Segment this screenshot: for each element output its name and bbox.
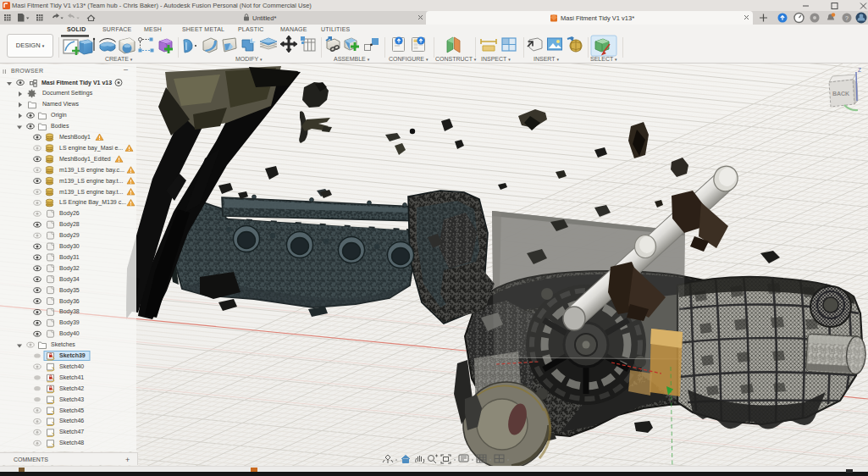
svg-text:Body39: Body39 (59, 319, 80, 326)
svg-text:Sketch42: Sketch42 (59, 385, 84, 391)
svg-text:Body28: Body28 (59, 221, 80, 228)
svg-text:Body40: Body40 (59, 330, 80, 337)
svg-text:m139_LS engine bay.c...: m139_LS engine bay.c... (59, 167, 124, 174)
svg-text:Sketch46: Sketch46 (59, 418, 84, 423)
svg-text:Sketch43: Sketch43 (59, 396, 84, 402)
svg-text:MeshBody1: MeshBody1 (59, 134, 91, 141)
svg-text:Sketch41: Sketch41 (59, 374, 84, 380)
svg-text:Body26: Body26 (59, 210, 80, 217)
svg-text:Body34: Body34 (59, 276, 80, 283)
svg-text:MeshBody1_Edited: MeshBody1_Edited (59, 156, 111, 163)
svg-text:Sketch45: Sketch45 (59, 407, 84, 413)
svg-text:Masi Fitment Tidy V1 v13*: Masi Fitment Tidy V1 v13* (561, 14, 634, 22)
svg-text:Body36: Body36 (59, 298, 80, 305)
svg-text:Body30: Body30 (59, 243, 80, 250)
svg-text:Origin: Origin (51, 112, 67, 119)
svg-text:Body32: Body32 (59, 265, 80, 272)
svg-text:Sketch39: Sketch39 (59, 352, 86, 358)
svg-text:Body29: Body29 (59, 232, 80, 239)
svg-text:BACK: BACK (832, 91, 849, 97)
svg-text:m139_LS engine bay.t...: m139_LS engine bay.t... (59, 189, 123, 196)
svg-text:?: ? (845, 15, 849, 21)
svg-text:LS engine bay_Masi e...: LS engine bay_Masi e... (59, 145, 123, 152)
svg-text:Sketch48: Sketch48 (59, 440, 84, 446)
svg-text:LS Engine Bay_M139 c...: LS Engine Bay_M139 c... (59, 199, 126, 206)
svg-text:Named Views: Named Views (42, 101, 80, 107)
svg-text:Sketch40: Sketch40 (59, 363, 84, 369)
svg-text:Body35: Body35 (59, 287, 80, 294)
svg-text:Body38: Body38 (59, 308, 80, 315)
svg-text:Bodies: Bodies (51, 123, 69, 129)
svg-text:m139_LS engine bay.t...: m139_LS engine bay.t... (59, 178, 123, 185)
svg-text:Body31: Body31 (59, 254, 80, 261)
svg-text:Sketch47: Sketch47 (59, 429, 84, 434)
svg-text:Masi Fitment Tidy V1 v13: Masi Fitment Tidy V1 v13 (41, 80, 112, 86)
svg-text:Sketches: Sketches (51, 341, 75, 347)
svg-text:Z: Z (858, 67, 861, 73)
svg-text:Untitled*: Untitled* (252, 14, 276, 22)
svg-text:Document Settings: Document Settings (42, 90, 93, 97)
